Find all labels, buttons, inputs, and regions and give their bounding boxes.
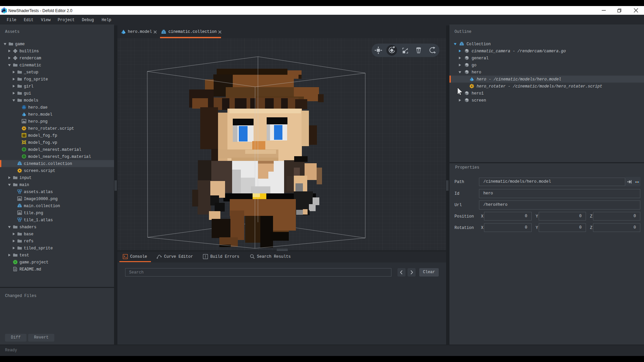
svg-text:hero.dae: hero.dae — [28, 105, 48, 110]
svg-text:builtins: builtins — [19, 49, 39, 54]
svg-text:shaders: shaders — [19, 225, 36, 230]
svg-text:model_fog.fp: model_fog.fp — [28, 133, 57, 138]
svg-text:girl: girl — [24, 84, 34, 89]
svg-text:hero.png: hero.png — [28, 119, 48, 124]
svg-text:fog_sprite: fog_sprite — [24, 77, 48, 82]
svg-text:base: base — [24, 232, 34, 237]
svg-text:hero.model: hero.model — [28, 112, 52, 117]
svg-text:screen.script: screen.script — [24, 169, 55, 173]
svg-text:go: go — [472, 63, 476, 68]
svg-text:main: main — [19, 183, 29, 187]
svg-text:models: models — [24, 98, 38, 103]
svg-text:Collection: Collection — [467, 42, 491, 47]
svg-text:model_nearest_fog.material: model_nearest_fog.material — [28, 155, 91, 159]
svg-text:gui: gui — [24, 91, 31, 96]
svg-text:general: general — [472, 56, 488, 61]
svg-text:input: input — [19, 176, 32, 180]
svg-text:hero1: hero1 — [472, 91, 484, 96]
svg-text:game: game — [15, 42, 25, 47]
svg-text:cinematic.collection: cinematic.collection — [24, 162, 72, 166]
svg-text:tile_1.atlas: tile_1.atlas — [24, 218, 53, 223]
svg-text:hero_rotater - /cinematic/mode: hero_rotater - /cinematic/models/hero_ro… — [477, 84, 602, 89]
svg-text:rendercam: rendercam — [19, 56, 41, 61]
svg-text:cinematic_camera - /rendercam/: cinematic_camera - /rendercam/camera.go — [472, 49, 566, 54]
svg-text:tile.png: tile.png — [24, 211, 43, 216]
svg-text:_setup: _setup — [23, 70, 38, 75]
svg-text:cinematic: cinematic — [19, 63, 41, 68]
svg-text:hero - /cinematic/models/hero.: hero - /cinematic/models/hero.model — [477, 77, 561, 82]
svg-text:test: test — [19, 253, 29, 258]
svg-text:game.project: game.project — [19, 260, 48, 265]
svg-text:Image10000.png: Image10000.png — [24, 197, 58, 201]
svg-text:hero_rotater.script: hero_rotater.script — [28, 126, 74, 131]
svg-text:README.md: README.md — [19, 267, 41, 272]
svg-text:hero: hero — [472, 70, 481, 75]
svg-text:model_nearest.material: model_nearest.material — [28, 147, 81, 152]
svg-text:tiled_sprite: tiled_sprite — [24, 246, 53, 251]
svg-text:assets.atlas: assets.atlas — [24, 190, 53, 194]
svg-text:refs: refs — [24, 239, 34, 244]
svg-text:main.collection: main.collection — [24, 204, 60, 208]
svg-text:screen: screen — [472, 98, 486, 103]
svg-text:model_fog.vp: model_fog.vp — [28, 140, 57, 145]
